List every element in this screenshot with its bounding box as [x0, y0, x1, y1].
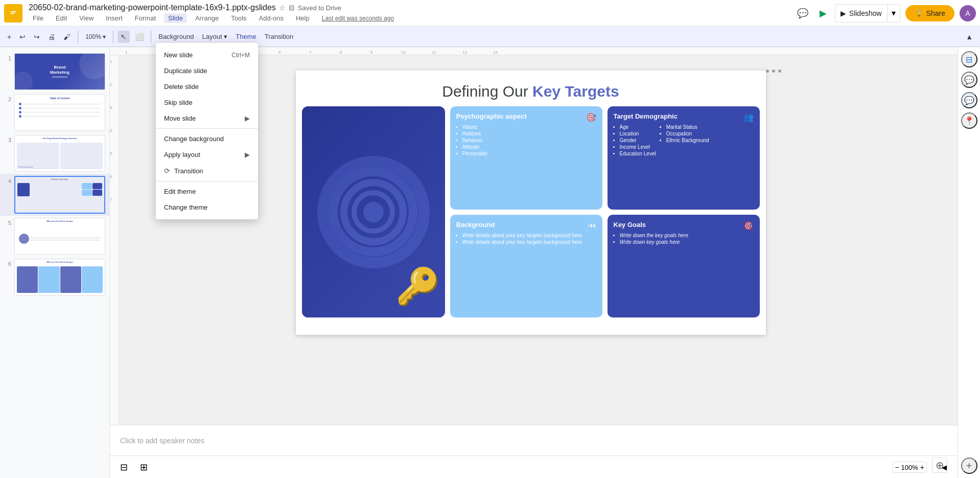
slide-dot-3	[778, 70, 781, 73]
toolbar-right: Background Layout ▾ Theme Transition	[155, 31, 296, 42]
slide-thumb-3[interactable]: 3 One Page Brand Strategy Overview "Tell…	[0, 133, 109, 174]
new-slide-label: New slide	[164, 51, 193, 59]
key-icon: 🔑	[395, 265, 440, 307]
menu-change-theme[interactable]: Change theme	[156, 199, 258, 215]
slide-title-accent: Key Targets	[532, 83, 619, 100]
share-button[interactable]: 🔒 Share	[905, 5, 954, 21]
add-slide-button[interactable]: ⊕	[932, 458, 947, 473]
theme-button[interactable]: Theme	[232, 31, 259, 42]
menu-change-background[interactable]: Change background	[156, 131, 258, 147]
slide-thumb-2[interactable]: 2 Table of Content	[0, 92, 109, 133]
slide-dropdown-menu: New slide Ctrl+M Duplicate slide Delete …	[156, 43, 258, 219]
menu-slide[interactable]: Slide	[164, 13, 187, 23]
new-slide-shortcut: Ctrl+M	[231, 52, 250, 59]
sidebar-maps-icon[interactable]: 📍	[961, 112, 977, 129]
slide-thumb-4[interactable]: 4 Defining Our Key Targets	[0, 174, 109, 216]
sidebar-chat-icon[interactable]: 💬	[961, 72, 977, 88]
undo-button[interactable]: ↩	[16, 31, 29, 43]
slideshow-button[interactable]: ▶ Slideshow ▾	[835, 4, 900, 22]
menu-edit-theme[interactable]: Edit theme	[156, 184, 258, 199]
menu-move-slide[interactable]: Move slide ▶	[156, 110, 258, 126]
layout-button[interactable]: Layout ▾	[199, 31, 231, 42]
slide-preview-2[interactable]: Table of Content	[14, 94, 105, 131]
filmstrip-button[interactable]: ⊞	[136, 460, 152, 475]
slideshow-button-label[interactable]: ▶ Slideshow	[835, 9, 887, 17]
slide-thumb-1[interactable]: 1 BrandMarketing	[0, 51, 109, 92]
slide-preview-4[interactable]: Defining Our Key Targets	[14, 176, 105, 214]
menu-new-slide[interactable]: New slide Ctrl+M	[156, 47, 258, 63]
speaker-notes[interactable]: Click to add speaker notes	[110, 425, 958, 456]
menu-edit[interactable]: Edit	[52, 13, 71, 23]
sidebar-slides-icon[interactable]: ⊟	[961, 51, 977, 67]
change-background-label: Change background	[164, 135, 224, 143]
slide-preview-3[interactable]: One Page Brand Strategy Overview "Tell Y…	[14, 135, 105, 172]
menu-view[interactable]: View	[75, 13, 98, 23]
app-icon[interactable]	[4, 4, 22, 22]
menu-delete-slide[interactable]: Delete slide	[156, 79, 258, 95]
share-label: Share	[926, 9, 945, 17]
background-item-2: Write details about your key targets bac…	[462, 239, 596, 245]
star-icon[interactable]: ☆	[279, 4, 286, 12]
svg-rect-1	[11, 11, 16, 12]
demographic-item-occupation: Occupation	[666, 131, 709, 136]
thumb-slide4-title: Defining Our Key Targets	[51, 178, 68, 180]
menu-format[interactable]: Format	[131, 13, 160, 23]
zoom-controls: − 100% +	[892, 462, 927, 473]
demographic-card[interactable]: Target Demographic 👥 Age Location Gender…	[608, 106, 760, 210]
menu-insert[interactable]: Insert	[102, 13, 127, 23]
demographic-card-body: Age Location Gender Income Level Educati…	[614, 124, 754, 157]
slideshow-dropdown-chevron[interactable]: ▾	[887, 5, 900, 22]
zoom-in-button[interactable]: +	[920, 463, 924, 471]
redo-button[interactable]: ↪	[31, 31, 43, 43]
drive-icon[interactable]: ⊟	[289, 4, 295, 12]
background-card-title: Background	[456, 221, 495, 229]
psychographic-card[interactable]: Psychographic aspect 🎯 Values Hobbies Be…	[450, 106, 602, 210]
meet-button[interactable]: ▶	[816, 5, 830, 22]
sidebar-add-icon[interactable]: +	[961, 458, 977, 474]
saved-status: Saved to Drive	[298, 4, 341, 12]
menu-help[interactable]: Help	[292, 13, 314, 23]
slide-preview-1[interactable]: BrandMarketing	[14, 53, 105, 90]
slide-thumb-5[interactable]: 5 Who are Our Client Groups	[0, 216, 109, 257]
menu-arrange[interactable]: Arrange	[191, 13, 223, 23]
slide-preview-5[interactable]: Who are Our Client Groups	[14, 218, 105, 255]
add-button[interactable]: +	[4, 31, 14, 43]
transition-button[interactable]: Transition	[262, 31, 297, 42]
user-avatar[interactable]: A	[960, 5, 976, 21]
menu-addons[interactable]: Add-ons	[255, 13, 288, 23]
collapse-toolbar-button[interactable]: ▲	[963, 31, 976, 43]
paintformat-button[interactable]: 🖌	[60, 31, 74, 43]
background-button[interactable]: Background	[155, 31, 197, 42]
thumb-slide4-grid	[82, 183, 102, 196]
menu-tools[interactable]: Tools	[227, 13, 250, 23]
menu-file[interactable]: File	[29, 13, 48, 23]
background-card[interactable]: Background ⏮ Write details about your ke…	[450, 215, 602, 318]
print-button[interactable]: 🖨	[45, 31, 58, 43]
zoom-button[interactable]: 100% ▾	[82, 31, 109, 42]
menu-skip-slide[interactable]: Skip slide	[156, 95, 258, 110]
slide-dot-2	[772, 70, 775, 73]
shapes-button[interactable]: ⬜	[132, 31, 147, 43]
grid-view-button[interactable]: ⊟	[116, 460, 132, 475]
top-bar: 20650-02-brand-marketing-powerpoint-temp…	[0, 0, 980, 27]
doc-title-text[interactable]: 20650-02-brand-marketing-powerpoint-temp…	[29, 3, 276, 12]
move-slide-label: Move slide	[164, 115, 196, 122]
cursor-button[interactable]: ↖	[118, 31, 130, 43]
demographic-item-marital: Marital Status	[666, 124, 709, 130]
zoom-out-button[interactable]: −	[895, 463, 899, 471]
slide-preview-6[interactable]: Who are Our Client Groups	[14, 259, 105, 295]
background-item-1: Write details about your key targets bac…	[462, 233, 596, 238]
background-card-body: Write details about your key targets bac…	[456, 233, 596, 245]
transition-icon: ⟳	[164, 167, 170, 175]
slide-thumb-6[interactable]: 6 Who are Our Client Groups	[0, 257, 109, 298]
menu-apply-layout[interactable]: Apply layout ▶	[156, 147, 258, 163]
sidebar-comment-icon[interactable]: 💬	[961, 92, 977, 108]
menu-transition[interactable]: ⟳ Transition	[156, 163, 258, 179]
comment-button[interactable]: 💬	[794, 5, 811, 22]
menu-duplicate-slide[interactable]: Duplicate slide	[156, 63, 258, 79]
slide-canvas[interactable]: Defining Our Key Targets	[296, 71, 766, 335]
slide-dot-1	[766, 70, 769, 73]
move-slide-arrow: ▶	[245, 115, 250, 122]
svg-rect-2	[11, 13, 14, 14]
key-goals-card[interactable]: Key Goals 🎯 Write down the key goals her…	[608, 215, 760, 318]
